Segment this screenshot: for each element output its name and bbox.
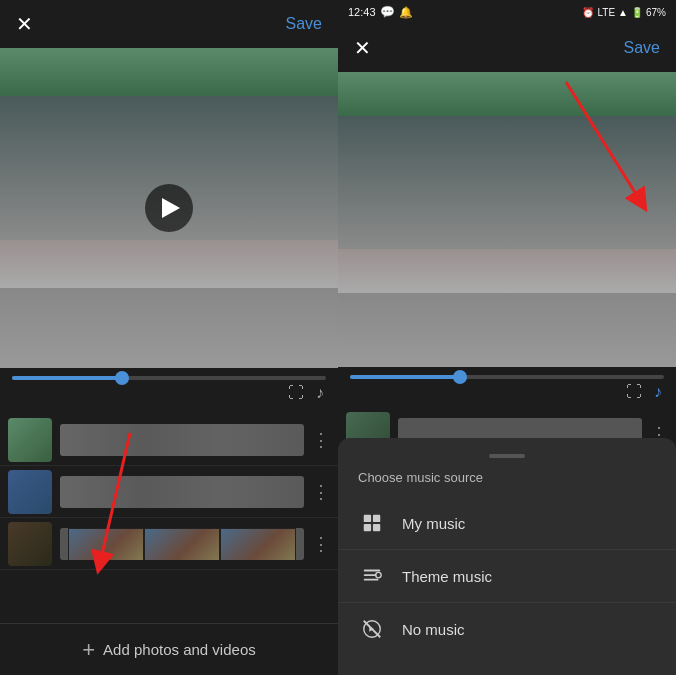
- right-progress-icons: ⛶ ♪: [350, 383, 664, 401]
- thumb-1: [8, 418, 52, 462]
- vid-strip: [68, 528, 296, 560]
- timeline-menu-2[interactable]: ⋮: [312, 481, 330, 503]
- strip-fill-2: [60, 476, 304, 508]
- left-progress-thumb[interactable]: [115, 371, 129, 385]
- theme-music-label: Theme music: [402, 568, 492, 585]
- add-label: Add photos and videos: [103, 641, 256, 658]
- music-menu-title: Choose music source: [338, 470, 676, 497]
- signal-label: LTE: [597, 7, 615, 18]
- timeline-menu-3[interactable]: ⋮: [312, 533, 330, 555]
- timeline-strip-2[interactable]: [60, 476, 304, 508]
- alarm-icon: ⏰: [582, 7, 594, 18]
- right-video-preview: [338, 72, 676, 367]
- play-button[interactable]: [145, 184, 193, 232]
- no-music-label: No music: [402, 621, 465, 638]
- my-music-icon: [358, 509, 386, 537]
- add-photos-videos-button[interactable]: + Add photos and videos: [0, 623, 338, 675]
- right-video-background: [338, 72, 676, 367]
- svg-rect-7: [373, 524, 380, 531]
- status-bar: 12:43 💬 🔔 ⏰ LTE ▲ 🔋 67%: [338, 0, 676, 24]
- thumb-3: [8, 522, 52, 566]
- right-fullscreen-icon[interactable]: ⛶: [626, 383, 642, 401]
- left-panel: ✕ Save ⛶ ♪ ⋮: [0, 0, 338, 675]
- music-note-icon[interactable]: ♪: [316, 384, 324, 402]
- right-progress-area: ⛶ ♪: [338, 367, 676, 409]
- notification-icon: 🔔: [399, 6, 413, 19]
- no-music-item[interactable]: No music: [338, 603, 676, 655]
- vid-frame-1: [68, 528, 144, 560]
- status-left: 12:43 💬 🔔: [348, 5, 413, 19]
- svg-rect-8: [364, 570, 381, 572]
- strip-fill-1: [60, 424, 304, 456]
- status-time: 12:43: [348, 6, 376, 18]
- left-top-bar: ✕ Save: [0, 0, 338, 48]
- battery-percent: 67%: [646, 7, 666, 18]
- svg-rect-6: [364, 524, 371, 531]
- timeline-row-2: ⋮: [0, 466, 338, 518]
- right-top-bar: ✕ Save: [338, 24, 676, 72]
- timeline-row-1: ⋮: [0, 414, 338, 466]
- my-music-label: My music: [402, 515, 465, 532]
- timeline-strip-3[interactable]: [60, 528, 304, 560]
- svg-rect-10: [364, 579, 379, 581]
- timeline-menu-1[interactable]: ⋮: [312, 429, 330, 451]
- thumb-image-3: [8, 522, 52, 566]
- left-timeline-area: ⋮ ⋮ ⋮: [0, 410, 338, 623]
- right-progress-track[interactable]: [350, 375, 664, 379]
- left-progress-track[interactable]: [12, 376, 326, 380]
- svg-rect-9: [364, 574, 377, 576]
- left-progress-area: ⛶ ♪: [0, 368, 338, 410]
- music-menu: Choose music source My music: [338, 438, 676, 675]
- timeline-row-3: ⋮: [0, 518, 338, 570]
- add-icon: +: [82, 637, 95, 663]
- left-close-button[interactable]: ✕: [16, 12, 33, 36]
- left-progress-fill: [12, 376, 122, 380]
- right-save-button[interactable]: Save: [624, 39, 660, 57]
- battery-icon: 🔋: [631, 7, 643, 18]
- left-video-preview: [0, 48, 338, 368]
- left-progress-icons: ⛶ ♪: [12, 384, 326, 402]
- left-save-button[interactable]: Save: [286, 15, 322, 33]
- right-progress-fill: [350, 375, 460, 379]
- theme-music-icon: [358, 562, 386, 590]
- right-progress-thumb[interactable]: [453, 370, 467, 384]
- thumb-image-1: [8, 418, 52, 462]
- thumb-2: [8, 470, 52, 514]
- menu-pill: [489, 454, 525, 458]
- signal-icon: ▲: [618, 7, 628, 18]
- right-music-note-icon[interactable]: ♪: [654, 383, 662, 401]
- right-panel: 12:43 💬 🔔 ⏰ LTE ▲ 🔋 67% ✕ Save ⛶ ♪: [338, 0, 676, 675]
- timeline-strip-1[interactable]: [60, 424, 304, 456]
- no-music-icon: [358, 615, 386, 643]
- fullscreen-icon[interactable]: ⛶: [288, 384, 304, 402]
- right-close-button[interactable]: ✕: [354, 36, 371, 60]
- my-music-item[interactable]: My music: [338, 497, 676, 549]
- svg-rect-4: [364, 515, 371, 522]
- whatsapp-icon: 💬: [380, 5, 395, 19]
- svg-rect-5: [373, 515, 380, 522]
- vid-frame-2: [144, 528, 220, 560]
- theme-music-item[interactable]: Theme music: [338, 550, 676, 602]
- play-icon: [162, 198, 180, 218]
- thumb-image-2: [8, 470, 52, 514]
- vid-frame-3: [220, 528, 296, 560]
- status-right: ⏰ LTE ▲ 🔋 67%: [582, 7, 666, 18]
